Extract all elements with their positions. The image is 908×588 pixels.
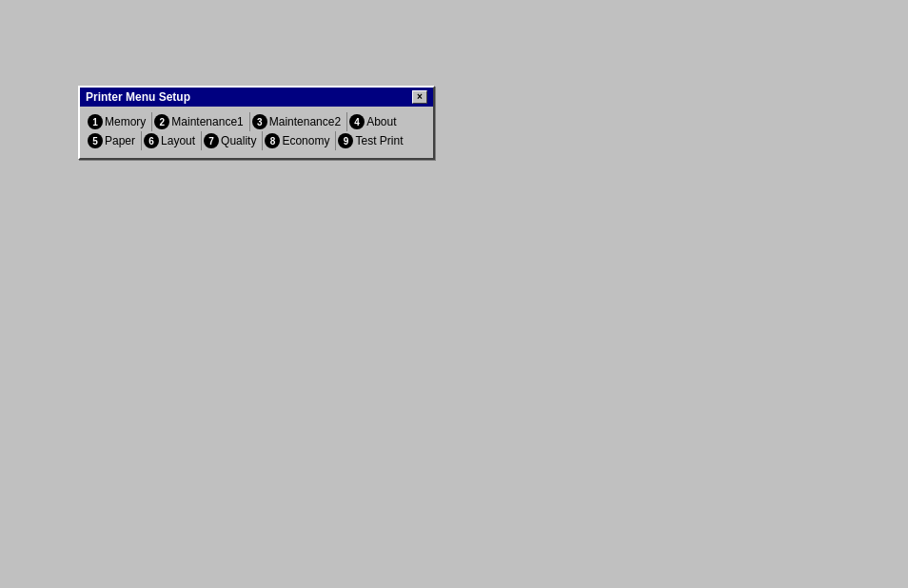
tab-num-badge: 2: [154, 114, 169, 129]
tab-layout[interactable]: 6Layout: [142, 131, 202, 150]
tab-paper[interactable]: 5Paper: [86, 131, 142, 150]
tab-num-badge: 1: [88, 114, 103, 129]
tab-maintenance2[interactable]: 3Maintenance2: [250, 112, 347, 131]
tab-row-1: 1Memory2Maintenance13Maintenance24About: [86, 112, 427, 131]
dialog-title: Printer Menu Setup: [86, 90, 190, 104]
tab-label: Quality: [221, 134, 256, 147]
tab-label: Maintenance2: [269, 115, 341, 128]
tab-label: Layout: [161, 134, 195, 147]
tab-num-badge: 5: [88, 133, 103, 148]
tab-label: Economy: [282, 134, 329, 147]
tab-num-badge: 4: [349, 114, 365, 129]
tab-label: Maintenance1: [171, 115, 243, 128]
tabs-container: 1Memory2Maintenance13Maintenance24About …: [86, 112, 427, 150]
tab-memory[interactable]: 1Memory: [86, 112, 152, 131]
tab-economy[interactable]: 8Economy: [263, 131, 336, 150]
tab-label: About: [366, 115, 396, 128]
tab-num-badge: 9: [338, 133, 353, 148]
tab-label: Paper: [105, 134, 135, 147]
tab-quality[interactable]: 7Quality: [202, 131, 263, 150]
close-button[interactable]: ×: [412, 90, 427, 104]
printer-menu-setup-dialog: Printer Menu Setup × 1Memory2Maintenance…: [78, 86, 435, 160]
tab-label: Memory: [105, 115, 146, 128]
tab-row-2: 5Paper6Layout7Quality8Economy9Test Print: [86, 131, 427, 150]
title-bar: Printer Menu Setup ×: [80, 88, 433, 107]
tab-num-badge: 8: [265, 133, 280, 148]
tab-about[interactable]: 4About: [347, 112, 402, 131]
dialog-content: 1Memory2Maintenance13Maintenance24About …: [80, 107, 433, 158]
tab-test-print[interactable]: 9Test Print: [336, 131, 408, 150]
tab-num-badge: 6: [144, 133, 159, 148]
tab-maintenance1[interactable]: 2Maintenance1: [152, 112, 249, 131]
tab-num-badge: 3: [252, 114, 267, 129]
tab-label: Test Print: [355, 134, 403, 147]
tab-num-badge: 7: [204, 133, 219, 148]
